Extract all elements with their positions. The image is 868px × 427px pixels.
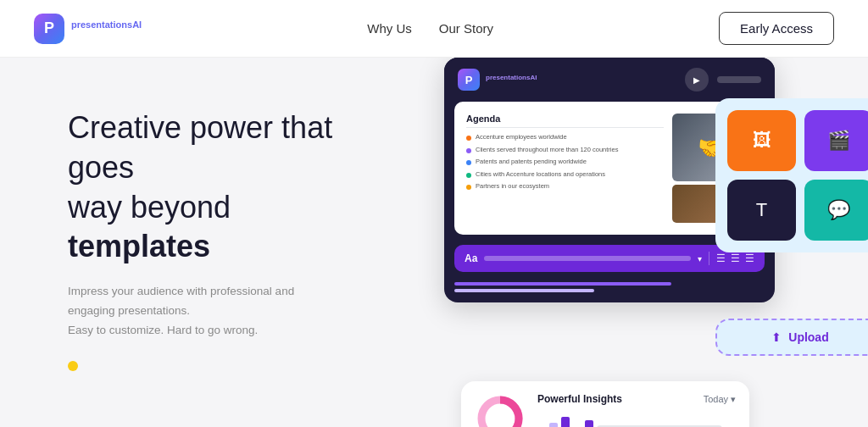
- slide-progress: [444, 282, 775, 302]
- progress-bar-secondary: [454, 289, 594, 292]
- video-icon: 🎬: [827, 130, 850, 152]
- formatting-toolbar: Aa ▾ ☰ ☰ ☰: [454, 245, 765, 272]
- bullet-dot: [466, 148, 471, 153]
- slide-agenda: Agenda Accenture employees worldwide Cli…: [466, 114, 664, 223]
- font-bar: [484, 256, 691, 261]
- slide-item-5: Partners in our ecosystem: [466, 182, 664, 191]
- slide-title: Agenda: [466, 114, 664, 128]
- slide-item-1: Accenture employees worldwide: [466, 133, 664, 142]
- font-label: Aa: [465, 252, 477, 264]
- svg-point-2: [490, 408, 510, 427]
- donut-chart: [475, 393, 526, 427]
- nav-links: Why Us Our Story: [367, 21, 493, 36]
- bar-3: [561, 417, 570, 427]
- text-icon: T: [756, 199, 767, 221]
- insights-bar-chart: [537, 413, 736, 427]
- logo-text: presentationsAI: [71, 19, 142, 36]
- navbar: P presentationsAI Why Us Our Story Early…: [0, 0, 868, 58]
- insights-title: Powerful Insights: [537, 393, 622, 405]
- early-access-button[interactable]: Early Access: [719, 12, 834, 45]
- pres-bar: [717, 76, 761, 83]
- bullet-dot: [466, 160, 471, 165]
- align-center-icon[interactable]: ☰: [731, 252, 740, 264]
- slide-item-3: Patents and patents pending worldwide: [466, 158, 664, 167]
- bar-5: [585, 420, 593, 427]
- hero-subtext: Impress your audience with professional …: [68, 282, 356, 341]
- pres-controls: ▶: [685, 68, 761, 92]
- tools-panel: 🖼 🎬 T 💬: [715, 98, 868, 252]
- chat-tool-button[interactable]: 💬: [804, 180, 868, 241]
- main-content: Creative power that goes way beyond temp…: [0, 58, 868, 427]
- slide-item-2: Clients served throughout more than 120 …: [466, 146, 664, 155]
- video-tool-button[interactable]: 🎬: [804, 110, 868, 171]
- pres-header: P presentationsAI ▶: [444, 58, 775, 102]
- pres-logo-icon: P: [458, 69, 480, 91]
- upload-label: Upload: [788, 330, 828, 344]
- pres-logo: P presentationsAI: [458, 69, 537, 91]
- slide-item-4: Cities with Accenture locations and oper…: [466, 170, 664, 180]
- nav-our-story[interactable]: Our Story: [439, 21, 493, 36]
- mockup-area: P presentationsAI ▶ Agenda Accenture emp…: [410, 58, 868, 427]
- chat-icon: 💬: [827, 199, 850, 221]
- nav-why-us[interactable]: Why Us: [367, 21, 412, 36]
- bullet-dot: [466, 185, 471, 190]
- align-left-icon[interactable]: ☰: [716, 252, 726, 264]
- hero-heading: Creative power that goes way beyond temp…: [68, 108, 356, 267]
- yellow-dot-decoration: [68, 361, 78, 371]
- bullet-dot: [466, 136, 471, 141]
- upload-button[interactable]: ⬆ Upload: [715, 319, 868, 356]
- text-tool-button[interactable]: T: [727, 180, 796, 241]
- toolbar-divider: [709, 252, 709, 265]
- chevron-icon: ▾: [698, 254, 702, 263]
- logo: P presentationsAI: [34, 14, 142, 44]
- insights-card: Powerful Insights Today ▾: [461, 381, 749, 427]
- play-button[interactable]: ▶: [685, 68, 709, 92]
- image-icon: 🖼: [753, 130, 771, 152]
- insights-header: Powerful Insights Today ▾: [537, 393, 736, 405]
- align-icons: ☰ ☰ ☰: [716, 252, 754, 264]
- align-right-icon[interactable]: ☰: [745, 252, 754, 264]
- logo-icon: P: [34, 14, 64, 44]
- insights-period[interactable]: Today ▾: [704, 394, 736, 405]
- image-tool-button[interactable]: 🖼: [727, 110, 796, 171]
- progress-bar-main: [454, 282, 671, 286]
- upload-icon: ⬆: [771, 330, 782, 344]
- insights-content: Powerful Insights Today ▾: [537, 393, 736, 427]
- bar-2: [549, 423, 558, 427]
- hero-section: Creative power that goes way beyond temp…: [0, 58, 356, 371]
- bullet-dot: [466, 173, 471, 178]
- pres-logo-text: presentationsAI: [486, 74, 537, 86]
